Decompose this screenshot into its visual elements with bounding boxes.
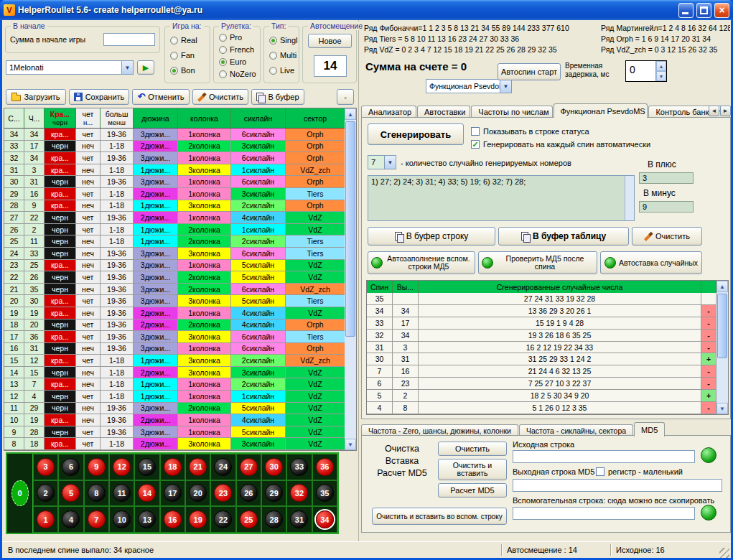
table-row[interactable]: 124чернчет1-181дюжи...1колонка1сиклайнVd…: [4, 391, 345, 403]
table-row[interactable]: 313кра...неч1-181дюжи...3колонка1сиклайн…: [4, 164, 345, 177]
table-row[interactable]: 1736кра...чет19-363дюжи...3колонка6сикла…: [4, 331, 345, 343]
table-row[interactable]: 1631черннеч19-363дюжи...1колонка6сиклайн…: [4, 343, 345, 355]
spins-row[interactable]: 323419 3 26 18 6 35 25-: [367, 330, 716, 342]
autofill-md5-button[interactable]: Автозаполнение вспом. строки МД5: [368, 251, 475, 274]
spins-row[interactable]: 6237 25 27 10 3 22 37-: [367, 378, 716, 390]
table-row[interactable]: 3234кра...чет19-363дюжи...1колонка6сикла…: [4, 152, 345, 164]
board-cell[interactable]: 18: [160, 454, 185, 480]
board-cell[interactable]: 28: [261, 506, 286, 533]
radio-singl[interactable]: Singl: [269, 35, 297, 45]
table-row[interactable]: 3031черннеч19-363дюжи...1колонка6сиклайн…: [4, 176, 345, 188]
spinner-up-icon[interactable]: ▲: [656, 61, 666, 71]
board-cell[interactable]: 11: [109, 480, 134, 507]
board-cell[interactable]: 7: [84, 506, 109, 533]
table-row[interactable]: 716кра...чет1-182дюжи...1колонка3сиклайн…: [4, 450, 345, 451]
scroll-thumb[interactable]: [717, 294, 727, 358]
scroll-track[interactable]: [716, 292, 728, 403]
board-cell[interactable]: 1: [33, 506, 58, 533]
radio-nozero[interactable]: NoZero: [219, 69, 256, 79]
spins-row[interactable]: 31316 2 12 19 22 34 33-: [367, 342, 716, 354]
board-cell[interactable]: 36: [312, 454, 337, 480]
buffer-row-button[interactable]: В буфер строку: [368, 227, 495, 246]
spins-scrollbar[interactable]: ▲ ▼: [716, 281, 728, 414]
scroll-up-icon[interactable]: ▲: [716, 281, 728, 292]
scroll-down-icon[interactable]: ▼: [716, 403, 728, 414]
board-cell[interactable]: 26: [236, 480, 261, 507]
table-row[interactable]: 1019кра...неч19-362дюжи...1колонка4сикла…: [4, 414, 345, 426]
board-cell[interactable]: 10: [109, 506, 134, 533]
table-row[interactable]: 2433черннеч19-363дюжи...3колонка6сиклайн…: [4, 248, 345, 260]
paste-green-icon[interactable]: [701, 447, 716, 463]
autobet-random-button[interactable]: Автоставка случайных: [600, 251, 702, 274]
checkbox-lowercase[interactable]: регистр - маленький: [596, 467, 683, 477]
table-row[interactable]: 2325кра...неч19-363дюжи...1колонка5сикла…: [4, 260, 345, 272]
checkbox-auto-generate[interactable]: ✓ Генерировать на каждый спин автоматиче…: [471, 139, 650, 149]
board-cell[interactable]: 14: [134, 480, 159, 507]
tab-scroll-left-icon[interactable]: ◄: [709, 106, 719, 116]
board-cell[interactable]: 23: [210, 480, 235, 507]
board-cell[interactable]: 20: [185, 480, 210, 507]
board-cell[interactable]: 8: [84, 480, 109, 507]
table-row[interactable]: 1919кра...неч19-362дюжи...1колонка4сикла…: [4, 307, 345, 319]
table-row[interactable]: 2916кра...чет1-182дюжи...1колонка3сиклай…: [4, 188, 345, 200]
board-cell[interactable]: 13: [134, 506, 159, 533]
radio-pro[interactable]: Pro: [219, 32, 242, 42]
board-cell[interactable]: 16: [160, 506, 185, 533]
board-cell[interactable]: 22: [210, 506, 235, 533]
board-cell[interactable]: 21: [185, 454, 210, 480]
source-string-input[interactable]: [513, 450, 695, 463]
table-row[interactable]: 2511черннеч1-181дюжи...2колонка2сиклайнT…: [4, 235, 345, 248]
table-row[interactable]: 818кра...чет1-182дюжи...3колонка3сиклайн…: [4, 438, 345, 450]
table-row[interactable]: 1415черннеч1-182дюжи...3колонка3сиклайнV…: [4, 367, 345, 379]
spins-row[interactable]: 343413 36 29 3 20 26 1-: [367, 305, 716, 317]
scroll-up-icon[interactable]: ▲: [345, 108, 356, 120]
board-cell[interactable]: 27: [236, 454, 261, 480]
md5-calc-button[interactable]: Расчет MD5: [438, 483, 507, 498]
delay-spinner[interactable]: 0 ▲ ▼: [625, 60, 667, 82]
radio-multi[interactable]: Multi: [269, 50, 297, 60]
board-cell[interactable]: 3: [33, 454, 58, 480]
spins-row[interactable]: 485 1 26 0 12 3 35-: [367, 402, 716, 414]
scroll-down-icon[interactable]: ▼: [345, 439, 356, 450]
tab-scroll-right-icon[interactable]: ►: [720, 106, 731, 116]
tab-number-freq[interactable]: Частоты по числам: [471, 106, 552, 118]
function-combo[interactable]: Функционал PsevdoMS ▼: [426, 79, 512, 93]
board-cell[interactable]: 4: [58, 506, 83, 533]
radio-fan[interactable]: Fan: [170, 50, 195, 60]
board-cell[interactable]: 32: [286, 480, 312, 507]
resize-grip[interactable]: [719, 548, 729, 558]
radio-bon[interactable]: Bon: [170, 65, 195, 75]
copy-green-icon[interactable]: [701, 505, 716, 521]
tab-md5[interactable]: MD5: [634, 422, 665, 437]
title-bar[interactable]: V HelperRoullet 5.6- create helperroulle…: [0, 0, 733, 20]
play-button[interactable]: ▶: [137, 60, 154, 75]
radio-euro[interactable]: Euro: [219, 57, 246, 67]
table-row[interactable]: 2722чернчет19-362дюжи...1колонка4сиклайн…: [4, 212, 345, 224]
board-cell[interactable]: 12: [109, 454, 134, 480]
tab-psevdoms[interactable]: Функционал PsevdoMS: [554, 103, 648, 118]
spins-row[interactable]: 3527 24 31 33 19 32 28: [367, 293, 716, 305]
checkbox-show-status[interactable]: Показывать в строке статуса: [471, 126, 589, 136]
table-row[interactable]: 3317черннеч1-182дюжи...2колонка3сиклайнO…: [4, 141, 345, 153]
save-button[interactable]: Сохранить: [69, 89, 129, 105]
spins-row[interactable]: 5218 2 5 30 34 9 20+: [367, 390, 716, 402]
table-row[interactable]: 2030кра...чет19-363дюжи...3колонка5сикла…: [4, 295, 345, 307]
md5-clear-button[interactable]: Очистить: [438, 442, 507, 456]
table-row[interactable]: 2135черннеч19-363дюжи...2колонка6сиклайн…: [4, 284, 345, 296]
spinner-down-icon[interactable]: ▼: [656, 71, 666, 81]
board-cell[interactable]: 25: [236, 506, 261, 533]
table-row[interactable]: 1820чернчет19-362дюжи...2колонка4сиклайн…: [4, 319, 345, 332]
board-cell[interactable]: 34: [312, 506, 337, 533]
board-cell[interactable]: 30: [261, 454, 286, 480]
new-button[interactable]: Новое: [308, 34, 352, 48]
spins-row[interactable]: 303131 25 29 33 1 24 2+: [367, 353, 716, 365]
md5-clear-paste-helper-button[interactable]: Очистить и вставить во вспом. строку: [372, 508, 507, 525]
spins-row[interactable]: 331715 19 1 9 4 28-: [367, 317, 716, 330]
board-cell[interactable]: 35: [312, 480, 337, 507]
md5-clear-paste-button[interactable]: Очистить и вставить: [438, 459, 507, 480]
table-row[interactable]: 2226чернчет19-363дюжи...2колонка5сиклайн…: [4, 271, 345, 284]
table-row[interactable]: 3434кра...чет19-363дюжи...1колонка6сикла…: [4, 129, 345, 141]
autospin-button[interactable]: Автоспин старт: [498, 63, 561, 80]
close-button[interactable]: ×: [714, 3, 729, 18]
table-row[interactable]: 928чернчет19-363дюжи...1колонка5сиклайнV…: [4, 426, 345, 439]
